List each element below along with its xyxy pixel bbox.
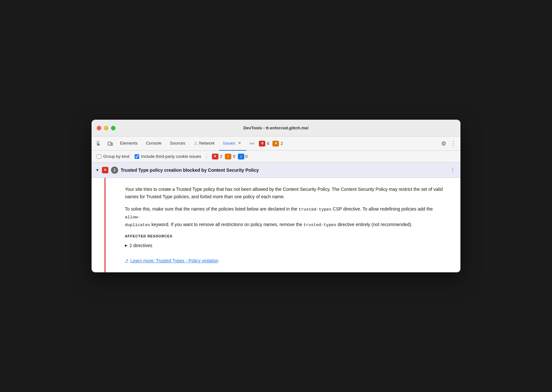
sub-error-icon: ✕ (212, 154, 218, 159)
expand-arrow-icon[interactable]: ▼ (95, 168, 99, 172)
title-bar: DevTools - tt-enforced.glitch.me/ (92, 120, 460, 136)
error-count: 6 (267, 141, 269, 146)
issue-body: Your site tries to create a Trusted Type… (105, 178, 460, 272)
tab-issues-label: Issues (223, 141, 235, 146)
network-warning-icon: ⚠ (194, 141, 198, 146)
settings-button[interactable]: ⚙ (439, 139, 448, 148)
affected-resources-section: AFFECTED RESOURCES ▶ 2 directives (125, 234, 447, 249)
sub-badge-group: ✕ 2 ! 0 i 0 (212, 154, 248, 159)
tab-network-label: Network (199, 141, 215, 146)
main-toolbar: Elements Console Sources ⚠ Network Issue… (92, 136, 460, 151)
svg-rect-5 (111, 143, 113, 145)
issue-menu-button[interactable]: ⋮ (449, 166, 457, 174)
tab-console[interactable]: Console (142, 136, 165, 151)
sub-error-badge: ✕ 2 (212, 154, 222, 159)
window-controls (97, 126, 116, 130)
group-by-kind-checkbox[interactable]: Group by kind (97, 154, 129, 159)
directives-arrow-icon: ▶ (125, 243, 127, 248)
warning-count: 2 (281, 141, 283, 146)
issue-description-p1-text: Your site tries to create a Trusted Type… (125, 187, 443, 199)
issue-description-p2: To solve this, make sure that the names … (125, 205, 447, 228)
sub-warning-count: 0 (233, 154, 235, 159)
more-tabs-label: >> (249, 141, 254, 146)
sub-toolbar: Group by kind Include third-party cookie… (92, 151, 460, 162)
tab-issues-close[interactable]: ✕ (237, 141, 242, 146)
group-by-kind-input[interactable] (97, 154, 101, 159)
tab-elements-label: Elements (120, 141, 138, 146)
warning-icon-badge: ✕ (272, 141, 279, 147)
sub-separator (206, 153, 207, 160)
svg-rect-4 (108, 142, 111, 145)
directives-item[interactable]: ▶ 2 directives (125, 242, 447, 249)
devtools-window: DevTools - tt-enforced.glitch.me/ Elemen… (92, 120, 460, 272)
maximize-button[interactable] (111, 126, 116, 130)
learn-more-link[interactable]: ↗ Learn more: Trusted Types - Policy vio… (125, 257, 218, 264)
issue-error-badge: ✕ (102, 167, 108, 173)
sub-error-count: 2 (220, 154, 222, 159)
directives-label: 2 directives (129, 242, 152, 249)
learn-more-section: ↗ Learn more: Trusted Types - Policy vio… (125, 257, 447, 265)
issue-count-badge: 2 (111, 167, 118, 174)
sub-info-icon: i (238, 154, 244, 159)
affected-resources-label: AFFECTED RESOURCES (125, 234, 447, 239)
error-badge-group: ✕ 6 (259, 141, 269, 147)
window-title: DevTools - tt-enforced.glitch.me/ (243, 125, 308, 130)
third-party-cookie-input[interactable] (135, 154, 139, 159)
device-toggle-icon[interactable] (105, 138, 116, 149)
tab-sources-label: Sources (170, 141, 185, 146)
tab-sources[interactable]: Sources (166, 136, 189, 151)
svg-rect-0 (97, 141, 99, 143)
issue-description-p1: Your site tries to create a Trusted Type… (125, 186, 447, 200)
sub-info-badge: i 0 (238, 154, 248, 159)
tab-network[interactable]: ⚠ Network (190, 136, 219, 151)
main-content[interactable]: ▼ ✕ 2 Trusted Type policy creation block… (92, 162, 460, 272)
tab-elements[interactable]: Elements (116, 136, 141, 151)
sub-warning-icon: ! (225, 154, 231, 159)
more-tabs-button[interactable]: >> (247, 136, 257, 151)
group-by-kind-label: Group by kind (103, 154, 129, 159)
external-link-icon: ↗ (125, 257, 128, 264)
inspector-icon[interactable] (94, 138, 105, 149)
close-button[interactable] (97, 126, 101, 130)
learn-more-text: Learn more: Trusted Types - Policy viola… (130, 257, 218, 264)
more-menu-button[interactable]: ⋮ (449, 139, 458, 148)
third-party-cookie-label: Include third-party cookie issues (141, 154, 201, 159)
sub-warning-badge: ! 0 (225, 154, 235, 159)
error-icon-badge: ✕ (259, 141, 265, 147)
minimize-button[interactable] (104, 126, 108, 130)
tab-issues[interactable]: Issues ✕ (219, 136, 246, 151)
tab-console-label: Console (146, 141, 161, 146)
third-party-cookie-checkbox[interactable]: Include third-party cookie issues (135, 154, 201, 159)
sub-info-count: 0 (245, 154, 248, 159)
warning-badge-group: ✕ 2 (272, 141, 283, 147)
issue-title: Trusted Type policy creation blocked by … (121, 168, 446, 173)
issue-header[interactable]: ▼ ✕ 2 Trusted Type policy creation block… (92, 162, 460, 178)
